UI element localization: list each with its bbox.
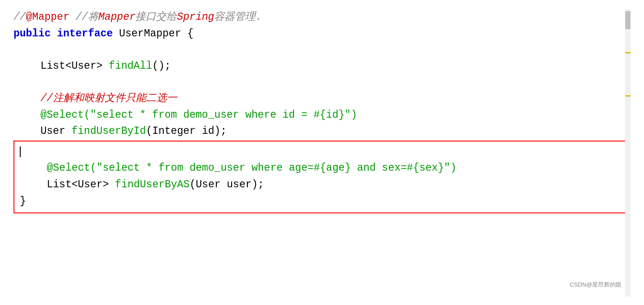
find-user-by-as-params: (User user); [189, 179, 264, 190]
select-string-1: "select * from demo_user where id = #{id… [90, 109, 351, 121]
select-close-1: ) [351, 109, 357, 121]
code-line-11: List<User> findUserByAS(User user); [20, 177, 624, 193]
comment-spring-word: Spring [177, 11, 214, 23]
code-line-3 [13, 42, 631, 58]
select-annotation-1: @Select( [40, 109, 90, 121]
code-line-4: List<User> findAll(); [13, 58, 631, 75]
code-line-2: public interface UserMapper { [13, 26, 631, 42]
user-type-1: User [40, 125, 72, 137]
code-line-7: @Select("select * from demo_user where i… [13, 107, 631, 124]
select-annotation-2: @Select( [47, 162, 96, 174]
keyword-interface: interface [57, 28, 113, 40]
scrollbar[interactable] [625, 9, 631, 296]
code-container: //@Mapper //将Mapper接口交给Spring容器管理. publi… [13, 9, 631, 296]
comment-mapper-rest: 接口交给 [135, 11, 177, 23]
watermark-text: CSDN@星昂辉的眼 [570, 281, 622, 288]
list-type: List<User> [40, 60, 109, 72]
comment-container-text: 容器管理. [214, 11, 262, 23]
scrollbar-marker-2 [625, 95, 631, 97]
list-type-2: List<User> [47, 179, 115, 190]
code-line-5 [13, 75, 631, 90]
class-name: UserMapper { [113, 28, 193, 40]
scrollbar-thumb[interactable] [625, 11, 631, 29]
comment-annotation: //注解和映射文件只能二选一 [40, 93, 177, 104]
findall-method: findAll [109, 60, 152, 72]
closing-brace: } [20, 195, 26, 207]
comment-mapper-word: Mapper [98, 11, 136, 23]
code-line-10: @Select("select * from demo_user where a… [20, 160, 624, 177]
code-line-8: User findUserById(Integer id); [13, 123, 631, 140]
space [51, 28, 57, 40]
comment-mapper-text: //将 [69, 11, 98, 23]
comment-mapper: // [13, 11, 26, 23]
find-user-by-id-params: (Integer id); [146, 125, 227, 137]
scrollbar-marker-1 [625, 52, 631, 53]
select-close-2: ) [450, 162, 456, 174]
watermark: CSDN@星昂辉的眼 [570, 280, 622, 290]
find-user-by-id-method: findUserById [72, 125, 146, 137]
code-line-6: //注解和映射文件只能二选一 [13, 90, 631, 107]
cursor [20, 146, 21, 157]
find-user-by-as-method: findUserByAS [115, 179, 190, 190]
keyword-public: public [13, 28, 51, 40]
code-line-9 [20, 144, 624, 160]
code-line-12: } [20, 193, 624, 210]
code-line-1: //@Mapper //将Mapper接口交给Spring容器管理. [13, 9, 631, 26]
findall-parens: (); [152, 60, 170, 72]
select-string-2: "select * from demo_user where age=#{age… [96, 162, 450, 174]
highlighted-section: @Select("select * from demo_user where a… [13, 141, 631, 213]
comment-mapper-annotation: @Mapper [26, 11, 70, 23]
